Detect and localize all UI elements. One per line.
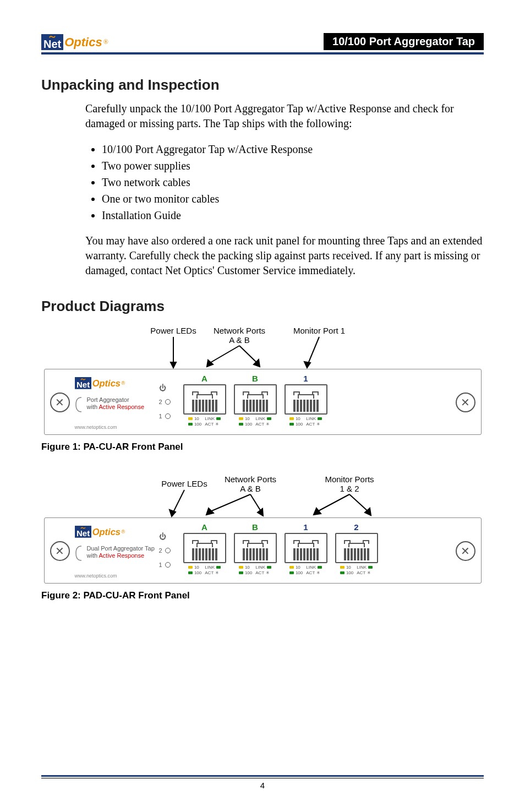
list-item: Two network cables (102, 174, 484, 190)
port-legend: 10100 LINKACT✳ (188, 565, 221, 575)
panel-logo-block: ～Net Optics ® Dual Port Aggregator Tap w… (75, 526, 155, 562)
logo-registered-icon: ® (103, 38, 108, 46)
callout-monitor-ports-l2: 1 & 2 (340, 484, 359, 493)
act-icon: ✳ (367, 570, 371, 575)
svg-marker-15 (314, 508, 321, 515)
port-label: A (201, 374, 207, 383)
list-item: One or two monitor cables (102, 190, 484, 207)
panel-subtitle-l2: with Active Response (87, 552, 155, 559)
svg-line-6 (308, 337, 319, 363)
svg-marker-11 (206, 508, 214, 515)
port-label: 2 (354, 522, 358, 532)
callout-monitor-ports-l1: Monitor Ports (325, 475, 374, 484)
rj45-port-icon (285, 384, 327, 415)
logo-optics-text: Optics (64, 35, 102, 50)
port-legend: 10100 LINKACT✳ (289, 416, 322, 427)
rj45-port-icon (285, 533, 327, 563)
callout-power-leds: Power LEDs (150, 326, 196, 335)
ports-row: A 10100 LINKACT✳ B 10100 LINKACT✳ 1 (183, 522, 378, 575)
port-legend: 10100 LINKACT✳ (340, 565, 373, 575)
screw-icon: ✕ (50, 541, 70, 561)
svg-marker-1 (171, 362, 176, 368)
act-icon: ✳ (266, 570, 270, 575)
act-icon: ✳ (316, 422, 320, 427)
led-ring-icon (165, 413, 171, 419)
rj45-port-icon (234, 533, 277, 563)
figure1-panel: ✕ ✕ ～Net Optics ® Port Aggregator with A… (44, 369, 482, 435)
power-led-1-label: 1 (159, 562, 162, 568)
page-header: ～ Net Optics ® 10/100 Port Aggregator Ta… (41, 33, 484, 50)
port-a: A 10100 LINKACT✳ (183, 522, 226, 575)
port-b: B 10100 LINKACT✳ (234, 374, 277, 427)
bracket-icon (75, 396, 84, 413)
footer-rule-thin (41, 778, 484, 778)
panel-subtitle-l2: with Active Response (87, 404, 145, 411)
list-item: Two power supplies (102, 157, 484, 174)
svg-line-14 (316, 494, 349, 512)
callout-monitor-port: Monitor Port 1 (293, 326, 344, 335)
power-led-1-label: 1 (159, 413, 162, 419)
header-rule (41, 52, 484, 55)
act-icon: ✳ (316, 570, 320, 575)
screw-icon: ✕ (50, 393, 70, 412)
port-1: 1 10100 LINKACT✳ (285, 374, 327, 427)
shipping-list: 10/100 Port Aggregator Tap w/Active Resp… (102, 141, 484, 224)
led-ring-icon (165, 562, 171, 568)
port-b: B 10100 LINKACT✳ (234, 522, 277, 575)
led-ring-icon (165, 548, 171, 553)
port-label: 1 (303, 522, 308, 532)
panel-url: www.netoptics.com (75, 424, 117, 430)
svg-line-2 (209, 346, 239, 363)
ports-row: A 10100 LINKACT✳ B 10100 LINKACT✳ 1 (183, 374, 327, 427)
figure1-caption: Figure 1: PA-CU-AR Front Panel (41, 442, 484, 453)
callout-power-leds: Power LEDs (161, 479, 207, 488)
unpacking-intro: Carefully unpack the 10/100 Port Aggrega… (85, 101, 484, 131)
rj45-port-icon (335, 533, 378, 563)
callout-network-ports-l1: Network Ports (213, 326, 265, 335)
svg-line-4 (239, 346, 258, 363)
port-label: B (252, 522, 258, 532)
unpacking-heading: Unpacking and Inspection (41, 77, 484, 94)
svg-marker-13 (258, 509, 263, 516)
figure2-callout-arrows: Power LEDs Network Ports A & B Monitor P… (44, 475, 482, 517)
port-label: 1 (303, 374, 308, 383)
port-a: A 10100 LINKACT✳ (183, 374, 226, 427)
svg-line-16 (349, 494, 369, 512)
act-icon: ✳ (215, 570, 219, 575)
panel-url: www.netoptics.com (75, 573, 117, 579)
bracket-icon (75, 545, 84, 562)
panel-subtitle-l1: Dual Port Aggregator Tap (87, 545, 155, 552)
port-legend: 10100 LINKACT✳ (239, 416, 271, 427)
logo-net-text: Net (43, 39, 61, 49)
port-legend: 10100 LINKACT✳ (239, 565, 271, 575)
diagrams-heading: Product Diagrams (41, 298, 484, 315)
port-2: 2 10100 LINKACT✳ (335, 522, 378, 575)
port-1: 1 10100 LINKACT✳ (285, 522, 327, 575)
screw-icon: ✕ (456, 541, 475, 561)
footer-rule-thick (41, 775, 484, 777)
act-icon: ✳ (266, 422, 270, 427)
port-legend: 10100 LINKACT✳ (289, 565, 322, 575)
led-ring-icon (165, 399, 171, 405)
figure2-caption: Figure 2: PAD-CU-AR Front Panel (41, 590, 484, 601)
power-icon: ⏻ (159, 384, 166, 392)
unpacking-outro: You may have also ordered a one rack uni… (85, 233, 484, 278)
page-number: 4 (41, 781, 484, 790)
rj45-port-icon (183, 533, 226, 563)
port-label: B (252, 374, 258, 383)
svg-line-12 (250, 494, 261, 512)
port-legend: 10100 LINKACT✳ (188, 416, 221, 427)
power-led-column: ⏻ 2 1 (159, 529, 171, 572)
callout-network-ports-l1: Network Ports (224, 475, 276, 484)
svg-line-8 (173, 490, 184, 512)
figure2-panel: ✕ ✕ ～Net Optics ® Dual Port Aggregator T… (44, 517, 482, 584)
page-footer: 4 (41, 775, 484, 790)
rj45-port-icon (234, 384, 277, 415)
header-title: 10/100 Port Aggregator Tap (324, 33, 484, 50)
logo-net-box: ～ Net (41, 34, 63, 50)
figure-1: Power LEDs Network Ports A & B Monitor P… (41, 326, 484, 453)
figure-2: Power LEDs Network Ports A & B Monitor P… (41, 475, 484, 601)
panel-logo-block: ～Net Optics ® Port Aggregator with Activ… (75, 377, 145, 413)
port-label: A (201, 522, 207, 532)
callout-network-ports-l2: A & B (240, 484, 261, 493)
